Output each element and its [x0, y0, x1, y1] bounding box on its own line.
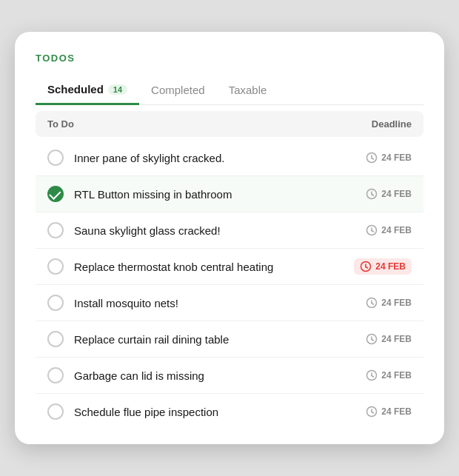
clock-icon	[366, 333, 378, 345]
todo-item[interactable]: Inner pane of skylight cracked.24 FEB	[36, 140, 423, 176]
todo-text: Replace curtain rail dining table	[74, 333, 229, 346]
tab-scheduled-badge: 14	[108, 84, 127, 95]
page-title: TODOS	[36, 53, 423, 64]
clock-icon	[366, 369, 378, 381]
todo-deadline: 24 FEB	[366, 369, 412, 381]
clock-icon	[366, 188, 378, 200]
todo-deadline: 24 FEB	[366, 406, 412, 418]
todo-item[interactable]: Garbage can lid is missing24 FEB	[36, 358, 423, 394]
todo-text: RTL Button missing in bathroom	[74, 188, 232, 201]
todo-left: Inner pane of skylight cracked.	[47, 150, 366, 166]
todo-left: Sauna skylight glass cracked!	[47, 222, 366, 238]
todo-checkbox[interactable]	[47, 258, 64, 275]
todos-card: TODOS Scheduled 14 Completed Taxable To …	[15, 32, 444, 444]
table-header: To Do Deadline	[36, 111, 423, 137]
todo-checkbox[interactable]	[47, 186, 64, 202]
todo-deadline: 24 FEB	[366, 224, 412, 236]
deadline-date: 24 FEB	[381, 152, 412, 163]
tab-scheduled[interactable]: Scheduled 14	[36, 76, 139, 105]
todo-checkbox[interactable]	[47, 222, 64, 238]
todo-item[interactable]: Replace thermostat knob central heating2…	[36, 249, 423, 285]
todo-deadline: 24 FEB	[354, 258, 412, 275]
todo-deadline: 24 FEB	[366, 152, 412, 164]
todo-deadline: 24 FEB	[366, 333, 412, 345]
todo-checkbox[interactable]	[47, 367, 64, 383]
clock-icon	[366, 224, 378, 236]
todo-item[interactable]: Schedule flue pipe inspection24 FEB	[36, 394, 423, 429]
todo-deadline: 24 FEB	[366, 297, 412, 309]
clock-icon	[366, 406, 378, 418]
todo-left: Install mosquito nets!	[47, 295, 366, 311]
svg-line-8	[372, 231, 374, 232]
todo-text: Install mosquito nets!	[74, 297, 178, 309]
todo-text: Sauna skylight glass cracked!	[74, 224, 221, 237]
todo-checkbox[interactable]	[47, 295, 64, 311]
deadline-date: 24 FEB	[381, 225, 412, 235]
todo-left: Replace curtain rail dining table	[47, 331, 366, 347]
svg-line-11	[366, 267, 368, 269]
deadline-date: 24 FEB	[381, 334, 412, 344]
todo-left: RTL Button missing in bathroom	[47, 186, 366, 202]
tab-taxable[interactable]: Taxable	[217, 76, 279, 105]
tab-taxable-label: Taxable	[229, 84, 267, 96]
todo-item[interactable]: Sauna skylight glass cracked!24 FEB	[36, 212, 423, 249]
todo-checkbox[interactable]	[47, 331, 64, 347]
todo-text: Replace thermostat knob central heating	[74, 261, 273, 273]
column-todo-header: To Do	[47, 118, 74, 130]
todo-checkbox[interactable]	[47, 403, 64, 420]
tab-bar: Scheduled 14 Completed Taxable	[36, 76, 423, 105]
clock-icon	[360, 261, 372, 272]
todo-left: Schedule flue pipe inspection	[47, 403, 366, 420]
todo-item[interactable]: RTL Button missing in bathroom24 FEB	[36, 176, 423, 212]
deadline-date: 24 FEB	[381, 370, 412, 381]
svg-line-5	[372, 195, 374, 196]
todo-left: Garbage can lid is missing	[47, 367, 366, 383]
svg-line-14	[372, 304, 374, 305]
deadline-date: 24 FEB	[381, 406, 412, 417]
svg-line-20	[372, 376, 374, 378]
tab-completed[interactable]: Completed	[139, 76, 217, 105]
clock-icon	[366, 297, 378, 309]
todo-checkbox[interactable]	[47, 150, 64, 166]
todo-text: Garbage can lid is missing	[74, 369, 204, 382]
todo-text: Inner pane of skylight cracked.	[74, 152, 224, 164]
todo-list: Inner pane of skylight cracked.24 FEBRTL…	[36, 140, 423, 429]
clock-icon	[366, 152, 378, 164]
tab-scheduled-label: Scheduled	[47, 83, 104, 95]
svg-line-2	[372, 158, 374, 160]
deadline-date: 24 FEB	[375, 261, 406, 272]
svg-line-23	[372, 412, 374, 414]
todo-deadline: 24 FEB	[366, 188, 412, 200]
column-deadline-header: Deadline	[372, 118, 412, 130]
deadline-date: 24 FEB	[381, 298, 412, 308]
todo-item[interactable]: Replace curtain rail dining table24 FEB	[36, 321, 423, 358]
todo-text: Schedule flue pipe inspection	[74, 406, 218, 418]
todo-item[interactable]: Install mosquito nets!24 FEB	[36, 285, 423, 321]
todo-left: Replace thermostat knob central heating	[47, 258, 354, 275]
deadline-date: 24 FEB	[381, 189, 412, 199]
svg-line-17	[372, 340, 374, 341]
tab-completed-label: Completed	[151, 84, 205, 96]
